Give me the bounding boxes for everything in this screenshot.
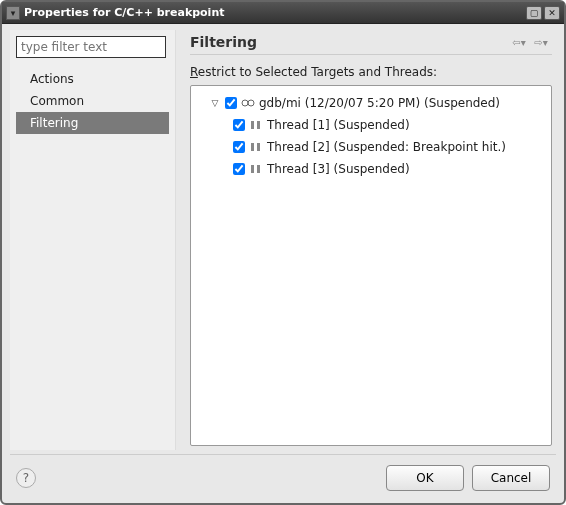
thread-icon	[249, 140, 263, 154]
cancel-button[interactable]: Cancel	[472, 465, 550, 491]
thread-label: Thread [3] (Suspended)	[267, 162, 410, 176]
svg-point-1	[248, 100, 254, 106]
arrow-right-icon: ⇨	[534, 37, 542, 48]
maximize-button[interactable]: ▢	[526, 6, 542, 20]
svg-rect-5	[257, 143, 260, 151]
close-button[interactable]: ✕	[544, 6, 560, 20]
dialog-body: Actions Common Filtering Filtering ⇦▾ ⇨▾	[2, 24, 564, 503]
app-icon: ▾	[6, 6, 20, 20]
properties-dialog: ▾ Properties for C/C++ breakpoint ▢ ✕ Ac…	[0, 0, 566, 505]
debug-target-icon	[241, 96, 255, 110]
sidebar-item-common[interactable]: Common	[16, 90, 169, 112]
tree-thread-row[interactable]: Thread [1] (Suspended)	[195, 114, 547, 136]
tree-root-label: gdb/mi (12/20/07 5:20 PM) (Suspended)	[259, 96, 500, 110]
thread-checkbox[interactable]	[233, 141, 245, 153]
help-icon: ?	[23, 471, 29, 485]
main-area: Actions Common Filtering Filtering ⇦▾ ⇨▾	[10, 30, 556, 450]
svg-rect-4	[251, 143, 254, 151]
help-button[interactable]: ?	[16, 468, 36, 488]
svg-rect-6	[251, 165, 254, 173]
history-back-button[interactable]: ⇦▾	[508, 34, 530, 50]
restrict-label: Restrict to Selected Targets and Threads…	[190, 65, 552, 79]
tree-root-row[interactable]: ▽ gdb/mi (12/20/07 5:20 PM) (Suspended)	[195, 92, 547, 114]
thread-checkbox[interactable]	[233, 163, 245, 175]
titlebar: ▾ Properties for C/C++ breakpoint ▢ ✕	[2, 2, 564, 24]
ok-button[interactable]: OK	[386, 465, 464, 491]
svg-point-0	[242, 100, 248, 106]
nav-list: Actions Common Filtering	[16, 68, 169, 134]
svg-rect-3	[257, 121, 260, 129]
content-pane: Filtering ⇦▾ ⇨▾ Restrict to Selected Tar…	[176, 30, 556, 450]
page-title: Filtering	[190, 34, 508, 50]
sidebar: Actions Common Filtering	[10, 30, 176, 450]
thread-checkbox[interactable]	[233, 119, 245, 131]
history-forward-button[interactable]: ⇨▾	[530, 34, 552, 50]
sidebar-item-filtering[interactable]: Filtering	[16, 112, 169, 134]
tree-thread-row[interactable]: Thread [3] (Suspended)	[195, 158, 547, 180]
expand-toggle-icon[interactable]: ▽	[209, 97, 221, 109]
restrict-text: estrict to Selected Targets and Threads:	[198, 65, 437, 79]
tree-thread-row[interactable]: Thread [2] (Suspended: Breakpoint hit.)	[195, 136, 547, 158]
content-header: Filtering ⇦▾ ⇨▾	[190, 34, 552, 55]
thread-label: Thread [1] (Suspended)	[267, 118, 410, 132]
filter-input[interactable]	[16, 36, 166, 58]
arrow-left-icon: ⇦	[512, 37, 520, 48]
sidebar-item-actions[interactable]: Actions	[16, 68, 169, 90]
svg-rect-2	[251, 121, 254, 129]
dialog-footer: ? OK Cancel	[10, 454, 556, 501]
svg-rect-7	[257, 165, 260, 173]
thread-label: Thread [2] (Suspended: Breakpoint hit.)	[267, 140, 506, 154]
window-title: Properties for C/C++ breakpoint	[24, 6, 224, 19]
root-checkbox[interactable]	[225, 97, 237, 109]
thread-icon	[249, 118, 263, 132]
targets-tree[interactable]: ▽ gdb/mi (12/20/07 5:20 PM) (Suspended) …	[190, 85, 552, 446]
thread-icon	[249, 162, 263, 176]
restrict-mnemonic: R	[190, 65, 198, 79]
